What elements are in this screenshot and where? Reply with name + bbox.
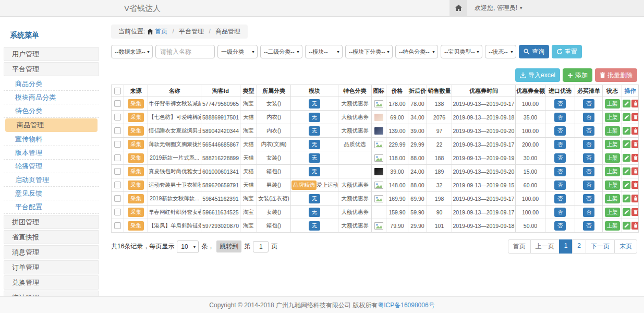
must-buy-badge[interactable]: 否 [583, 194, 595, 203]
imported-badge[interactable]: 否 [554, 208, 566, 217]
row-checkbox[interactable] [114, 222, 121, 229]
sidebar-item-9[interactable]: 启动页管理 [4, 173, 99, 187]
delete-button[interactable] [631, 140, 639, 148]
sidebar-group-14[interactable]: 消息管理 [4, 245, 99, 259]
status-badge[interactable]: 上架 [605, 126, 620, 136]
pager-button-1[interactable]: 1 [559, 239, 573, 254]
sidebar-item-4[interactable]: 特色分类 [4, 104, 99, 118]
imported-badge[interactable]: 否 [554, 99, 566, 109]
search-button[interactable]: 查询 [519, 45, 549, 58]
status-badge[interactable]: 上架 [605, 221, 620, 231]
sidebar-item-6[interactable]: 宣传物料 [4, 133, 99, 146]
row-checkbox[interactable] [114, 209, 121, 215]
user-menu[interactable]: 欢迎您, 管理员! ▼ [467, 0, 530, 16]
sidebar-item-5[interactable]: 商品管理 [5, 118, 98, 132]
edit-button[interactable] [623, 154, 630, 162]
imported-badge[interactable]: 否 [554, 140, 566, 149]
filter-select-5[interactable]: --宝贝类型--▼ [441, 45, 482, 58]
must-buy-badge[interactable]: 否 [583, 208, 595, 217]
sidebar-item-10[interactable]: 意见反馈 [4, 187, 99, 200]
icp-link[interactable]: 粤ICP备16098006号 [378, 302, 434, 309]
row-checkbox[interactable] [114, 141, 121, 148]
row-checkbox[interactable] [114, 168, 121, 175]
imported-badge[interactable]: 否 [554, 221, 566, 231]
reset-button[interactable]: 重置 [552, 45, 582, 58]
must-buy-badge[interactable]: 否 [583, 99, 595, 109]
row-checkbox[interactable] [114, 182, 121, 188]
edit-button[interactable] [623, 181, 630, 189]
row-checkbox[interactable] [114, 127, 121, 134]
delete-button[interactable] [631, 167, 639, 175]
imported-badge[interactable]: 否 [554, 167, 566, 176]
sidebar-group-13[interactable]: 省直快报 [4, 230, 99, 244]
must-buy-badge[interactable]: 否 [583, 167, 595, 176]
imported-badge[interactable]: 否 [554, 126, 566, 136]
sidebar-group-0[interactable]: 用户管理 [4, 47, 99, 61]
delete-button[interactable] [631, 154, 639, 162]
must-buy-badge[interactable]: 否 [583, 153, 595, 163]
delete-button[interactable] [631, 100, 639, 107]
delete-button[interactable] [631, 208, 639, 216]
home-button[interactable] [449, 0, 467, 16]
filter-select-4[interactable]: --特色分类--▼ [395, 45, 438, 58]
status-badge[interactable]: 上架 [605, 180, 620, 190]
add-button[interactable]: 添加 [563, 68, 592, 82]
sidebar-item-8[interactable]: 轮播管理 [4, 160, 99, 173]
edit-button[interactable] [623, 140, 630, 148]
must-buy-badge[interactable]: 否 [583, 113, 595, 122]
edit-button[interactable] [623, 100, 630, 107]
imported-badge[interactable]: 否 [554, 180, 566, 190]
pager-button-下一页[interactable]: 下一页 [586, 239, 615, 254]
breadcrumb-home-link[interactable]: 首页 [155, 28, 167, 35]
filter-select-6[interactable]: --状态--▼ [485, 45, 516, 58]
page-number-input[interactable] [253, 241, 269, 252]
pager-button-上一页[interactable]: 上一页 [530, 239, 560, 254]
must-buy-badge[interactable]: 否 [583, 140, 595, 149]
edit-button[interactable] [623, 167, 630, 175]
edit-button[interactable] [623, 195, 630, 202]
status-badge[interactable]: 上架 [605, 99, 620, 109]
edit-button[interactable] [623, 113, 630, 121]
sidebar-item-11[interactable]: 平台配置 [4, 200, 99, 214]
sidebar-item-2[interactable]: 商品分类 [4, 77, 99, 91]
status-badge[interactable]: 上架 [605, 208, 620, 217]
imported-badge[interactable]: 否 [554, 153, 566, 163]
filter-select-3[interactable]: --模块下分类--▼ [345, 45, 393, 58]
must-buy-badge[interactable]: 否 [583, 126, 595, 136]
filter-select-2[interactable]: --模块--▼ [305, 45, 343, 58]
import-excel-button[interactable]: 导入excel [515, 68, 560, 82]
pager-button-末页[interactable]: 末页 [614, 239, 637, 254]
sidebar-group-16[interactable]: 兑换管理 [4, 275, 99, 290]
data-source-select[interactable]: --数据来源--▼ [111, 45, 153, 58]
row-checkbox[interactable] [114, 114, 121, 121]
status-badge[interactable]: 上架 [605, 153, 620, 163]
status-badge[interactable]: 上架 [605, 113, 620, 122]
sidebar-group-17[interactable]: 统计管理 [4, 291, 99, 296]
sidebar-group-12[interactable]: 拼团管理 [4, 215, 99, 229]
status-badge[interactable]: 上架 [605, 167, 620, 176]
select-all-checkbox[interactable] [114, 88, 121, 94]
name-search-input[interactable] [155, 45, 215, 58]
imported-badge[interactable]: 否 [554, 194, 566, 203]
status-badge[interactable]: 上架 [605, 140, 620, 149]
imported-badge[interactable]: 否 [554, 113, 566, 122]
status-badge[interactable]: 上架 [605, 194, 620, 203]
jump-button[interactable]: 跳转到 [216, 240, 241, 252]
batch-delete-button[interactable]: 批量删除 [595, 68, 637, 82]
row-checkbox[interactable] [114, 100, 121, 107]
edit-button[interactable] [623, 127, 630, 135]
filter-select-0[interactable]: 一级分类▼ [217, 45, 258, 58]
edit-button[interactable] [623, 208, 630, 216]
filter-select-1[interactable]: --二级分类--▼ [260, 45, 302, 58]
pager-button-首页[interactable]: 首页 [508, 239, 531, 254]
sidebar-group-15[interactable]: 订单管理 [4, 260, 99, 274]
must-buy-badge[interactable]: 否 [583, 221, 595, 231]
delete-button[interactable] [631, 222, 639, 230]
must-buy-badge[interactable]: 否 [583, 180, 595, 190]
sidebar-item-7[interactable]: 版本管理 [4, 146, 99, 160]
row-checkbox[interactable] [114, 154, 121, 161]
delete-button[interactable] [631, 113, 639, 121]
pager-button-2[interactable]: 2 [572, 239, 586, 254]
sidebar-item-3[interactable]: 模块商品分类 [4, 91, 99, 104]
delete-button[interactable] [631, 195, 639, 202]
